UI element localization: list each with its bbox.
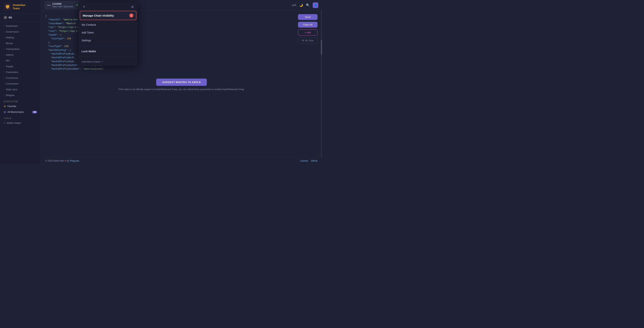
my-contacts-item[interactable]: My Contacts	[78, 21, 138, 29]
settings-item[interactable]: Settings	[78, 36, 138, 44]
add-token-label: Add Token	[82, 31, 94, 34]
my-contacts-label: My Contacts	[82, 23, 96, 26]
manage-chain-visibility-item[interactable]: Manage Chain Visibility 1	[80, 11, 136, 20]
close-button[interactable]: ✕	[82, 4, 86, 9]
dropdown-header: ✕ ⊞	[78, 2, 138, 11]
dropdown-menu: ✕ ⊞ Manage Chain Visibility 1 My Contact…	[78, 2, 138, 66]
lock-wallet-label: Lock Wallet	[82, 50, 96, 53]
add-more-chains-label: Add More Chains	[82, 60, 100, 63]
add-more-chains-item[interactable]: Add More Chains ↗	[78, 58, 138, 66]
manage-chain-badge: 1	[129, 13, 134, 17]
menu-divider-2	[78, 57, 138, 57]
add-token-item[interactable]: Add Token	[78, 29, 138, 36]
settings-menu-label: Settings	[82, 39, 91, 42]
overlay-backdrop[interactable]	[0, 0, 322, 164]
menu-divider	[78, 46, 138, 46]
menu-options-icon[interactable]: ⊞	[130, 4, 134, 9]
manage-chain-label: Manage Chain Visibility	[83, 14, 114, 17]
lock-wallet-item[interactable]: Lock Wallet	[78, 47, 138, 55]
external-link-icon: ↗	[101, 60, 103, 63]
